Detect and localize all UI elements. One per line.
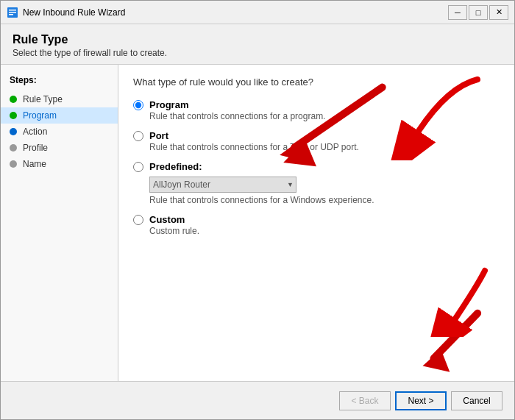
next-button[interactable]: Next >	[395, 391, 447, 410]
page-header: Rule Type Select the type of firewall ru…	[1, 24, 514, 64]
option-row-program: Program	[133, 99, 500, 110]
wizard-window: New Inbound Rule Wizard ─ □ ✕ Rule Type …	[0, 0, 515, 420]
steps-label: Steps:	[1, 72, 118, 91]
option-desc-custom: Custom rule.	[149, 226, 500, 236]
question-text: What type of rule would you like to crea…	[133, 76, 500, 88]
option-group: Program Rule that controls connections f…	[133, 99, 500, 236]
main-panel: What type of rule would you like to crea…	[118, 65, 514, 381]
title-bar: New Inbound Rule Wizard ─ □ ✕	[1, 1, 514, 24]
back-button[interactable]: < Back	[339, 391, 391, 410]
window-title: New Inbound Rule Wizard	[23, 7, 125, 18]
option-label-port[interactable]: Port	[149, 130, 168, 141]
step-dot-profile	[10, 144, 17, 152]
option-row-predefined: Predefined:	[133, 161, 500, 172]
svg-marker-8	[422, 349, 450, 372]
step-dot-action	[10, 128, 17, 135]
svg-rect-1	[9, 10, 16, 11]
step-label-program: Program	[23, 110, 57, 121]
wizard-icon	[7, 7, 18, 18]
svg-line-7	[433, 313, 477, 358]
predefined-select-row: AllJoyn Router BranchCache Core Networki…	[149, 177, 500, 193]
sidebar-item-program[interactable]: Program	[1, 107, 118, 124]
sidebar-item-rule-type[interactable]: Rule Type	[1, 91, 118, 107]
radio-custom[interactable]	[133, 215, 143, 225]
step-label-name: Name	[23, 159, 46, 169]
option-item-port: Port Rule that controls connections for …	[133, 130, 500, 152]
maximize-button[interactable]: □	[469, 5, 488, 20]
option-label-predefined[interactable]: Predefined:	[149, 161, 202, 172]
step-dot-rule-type	[10, 96, 17, 103]
radio-predefined[interactable]	[133, 162, 143, 172]
title-bar-controls: ─ □ ✕	[448, 5, 508, 20]
option-item-predefined: Predefined: AllJoyn Router BranchCache C…	[133, 161, 500, 205]
sidebar-item-profile[interactable]: Profile	[1, 140, 118, 156]
step-dot-name	[10, 160, 17, 168]
radio-program[interactable]	[133, 100, 143, 110]
option-desc-port: Rule that controls connections for a TCP…	[149, 142, 500, 152]
cancel-button[interactable]: Cancel	[451, 391, 502, 410]
option-label-custom[interactable]: Custom	[149, 214, 185, 225]
minimize-button[interactable]: ─	[448, 5, 467, 20]
step-label-action: Action	[23, 127, 47, 137]
option-label-program[interactable]: Program	[149, 99, 188, 110]
radio-port[interactable]	[133, 131, 143, 141]
step-dot-program	[10, 112, 17, 119]
red-arrow-next	[404, 263, 500, 337]
svg-rect-2	[9, 12, 16, 13]
sidebar-item-action[interactable]: Action	[1, 124, 118, 140]
close-button[interactable]: ✕	[489, 5, 508, 20]
page-subtitle: Select the type of firewall rule to crea…	[13, 48, 502, 58]
step-label-rule-type: Rule Type	[23, 94, 63, 104]
arrow-2	[422, 313, 477, 372]
step-label-profile: Profile	[23, 143, 48, 153]
option-row-port: Port	[133, 130, 500, 141]
title-bar-left: New Inbound Rule Wizard	[7, 7, 125, 18]
option-item-program: Program Rule that controls connections f…	[133, 99, 500, 121]
predefined-select[interactable]: AllJoyn Router BranchCache Core Networki…	[149, 177, 296, 193]
svg-rect-3	[9, 14, 13, 15]
sidebar-item-name[interactable]: Name	[1, 156, 118, 172]
page-title: Rule Type	[13, 33, 502, 46]
content-area: Steps: Rule Type Program Action Profile …	[1, 65, 514, 381]
option-desc-program: Rule that controls connections for a pro…	[149, 111, 500, 121]
option-item-custom: Custom Custom rule.	[133, 214, 500, 236]
option-desc-predefined: Rule that controls connections for a Win…	[149, 195, 500, 205]
option-row-custom: Custom	[133, 214, 500, 225]
footer: < Back Next > Cancel	[1, 381, 514, 419]
sidebar: Steps: Rule Type Program Action Profile …	[1, 65, 118, 381]
predefined-select-wrapper: AllJoyn Router BranchCache Core Networki…	[149, 177, 296, 193]
